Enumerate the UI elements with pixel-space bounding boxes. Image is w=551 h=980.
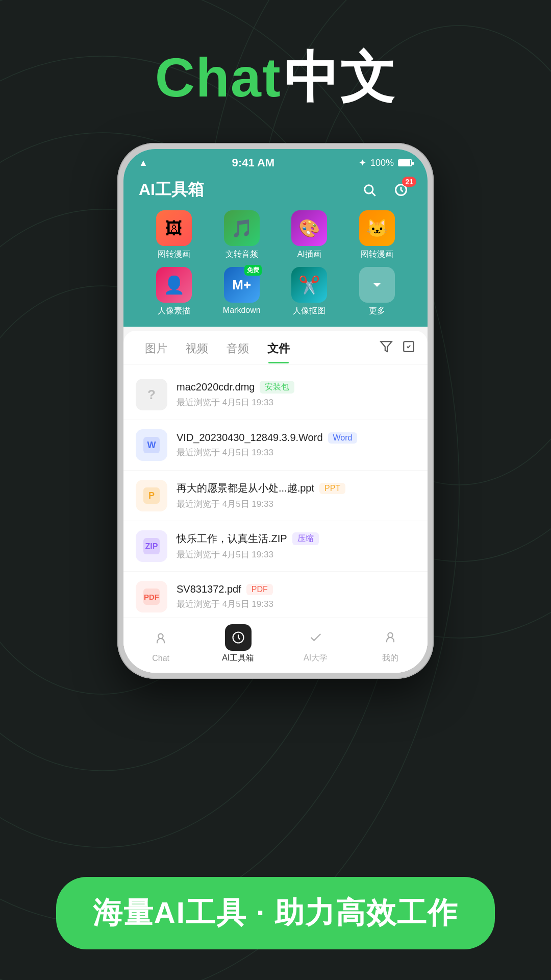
- file-tag-2: PPT: [319, 483, 345, 494]
- tool-markdown[interactable]: M+ 免费 Markdown: [212, 267, 272, 316]
- file-name-row-0: mac2020cdr.dmg 安装包: [177, 381, 415, 394]
- file-info-0: mac2020cdr.dmg 安装包 最近浏览于 4月5日 19:33: [177, 381, 415, 408]
- markdown-icon: M+ 免费: [224, 267, 260, 303]
- svg-line-9: [372, 192, 375, 195]
- file-name-2: 再大的愿景都是从小处...越.ppt: [177, 481, 314, 495]
- search-button[interactable]: [358, 179, 381, 201]
- banner-text: 海量AI工具 · 助力高效工作: [93, 896, 458, 929]
- img-cartoon-icon: 🖼: [156, 210, 192, 246]
- nav-ai-tools[interactable]: AI工具箱: [222, 624, 254, 664]
- avatar-sketch-icon: 👤: [156, 267, 192, 303]
- text-audio-icon: 🎵: [224, 210, 260, 246]
- avatar-cutout-label: 人像抠图: [293, 306, 325, 316]
- app-header: AI工具箱 21: [123, 174, 428, 327]
- select-button[interactable]: [402, 340, 415, 357]
- file-item-2[interactable]: P 再大的愿景都是从小处...越.ppt PPT 最近浏览于 4月5日 19:3…: [123, 471, 428, 521]
- tool-img-cartoon[interactable]: 🖼 图转漫画: [144, 210, 205, 260]
- svg-text:ZIP: ZIP: [145, 542, 158, 551]
- file-name-row-4: SV831372.pdf PDF: [177, 583, 415, 595]
- file-tag-1: Word: [328, 432, 358, 444]
- file-date-0: 最近浏览于 4月5日 19:33: [177, 398, 273, 407]
- file-list: ? mac2020cdr.dmg 安装包 最近浏览于 4月5日 19:33: [123, 364, 428, 618]
- markdown-label: Markdown: [223, 306, 261, 315]
- battery-bar-icon: [398, 159, 412, 166]
- file-name-3: 快乐工作，认真生活.ZIP: [177, 532, 287, 546]
- file-name-1: VID_20230430_12849.3.9.Word: [177, 432, 323, 444]
- mine-nav-icon: [377, 624, 404, 651]
- history-button[interactable]: 21: [390, 179, 412, 201]
- filter-button[interactable]: [380, 340, 393, 357]
- tab-audio[interactable]: 音频: [217, 341, 258, 363]
- svg-marker-11: [381, 341, 392, 352]
- svg-text:W: W: [147, 440, 156, 450]
- tool-avatar-cutout[interactable]: ✂️ 人像抠图: [279, 267, 340, 316]
- app-title: AI工具箱: [139, 179, 204, 201]
- app-title-row: AI工具箱 21: [139, 179, 412, 201]
- file-date-2: 最近浏览于 4月5日 19:33: [177, 499, 273, 509]
- svg-text:PDF: PDF: [144, 593, 159, 601]
- status-bar: ▲ 9:41 AM ✦ 100%: [123, 149, 428, 174]
- svg-point-8: [365, 185, 373, 193]
- tool-grid: 🖼 图转漫画 🎵 文转音频 🎨 AI插画: [139, 210, 412, 316]
- tool-avatar-sketch[interactable]: 👤 人像素描: [144, 267, 205, 316]
- tab-images[interactable]: 图片: [136, 341, 177, 363]
- notification-badge: 21: [402, 177, 416, 187]
- nav-mine[interactable]: 我的: [377, 624, 404, 664]
- tab-files[interactable]: 文件: [258, 341, 299, 363]
- ai-tools-nav-icon: [225, 624, 252, 651]
- file-tag-3: 压缩: [292, 532, 319, 545]
- text-audio-label: 文转音频: [226, 249, 258, 260]
- file-name-row-3: 快乐工作，认真生活.ZIP 压缩: [177, 532, 415, 546]
- phone-screen: ▲ 9:41 AM ✦ 100% AI工具箱: [123, 149, 428, 673]
- page-header: Chat 中文: [0, 41, 551, 115]
- file-info-3: 快乐工作，认真生活.ZIP 压缩 最近浏览于 4月5日 19:33: [177, 532, 415, 560]
- chat-label: Chat: [155, 46, 282, 108]
- file-item-1[interactable]: W VID_20230430_12849.3.9.Word Word 最近浏览于…: [123, 420, 428, 471]
- avatar-sketch-label: 人像素描: [158, 306, 190, 316]
- more-icon: [359, 267, 395, 303]
- wifi-icon: ▲: [139, 158, 148, 168]
- bluetooth-icon: ✦: [359, 157, 366, 168]
- tool-ai-illustration[interactable]: 🎨 AI插画: [279, 210, 340, 260]
- nav-mine-label: 我的: [382, 653, 398, 664]
- tab-video[interactable]: 视频: [177, 341, 217, 363]
- status-icons: ✦ 100%: [359, 157, 412, 168]
- file-tag-4: PDF: [246, 584, 273, 595]
- file-item-3[interactable]: ZIP 快乐工作，认真生活.ZIP 压缩 最近浏览于 4月5日 19:33: [123, 521, 428, 572]
- nav-ai-university[interactable]: AI大学: [303, 624, 329, 664]
- status-time: 9:41 AM: [232, 156, 275, 169]
- img-cartoon-label: 图转漫画: [158, 249, 190, 260]
- file-date-1: 最近浏览于 4月5日 19:33: [177, 448, 273, 457]
- file-icon-1: W: [136, 429, 167, 461]
- svg-point-23: [388, 633, 392, 638]
- svg-point-21: [158, 633, 163, 638]
- tool-more[interactable]: 更多: [347, 267, 408, 316]
- file-name-row-1: VID_20230430_12849.3.9.Word Word: [177, 432, 415, 444]
- file-item-0[interactable]: ? mac2020cdr.dmg 安装包 最近浏览于 4月5日 19:33: [123, 370, 428, 420]
- file-icon-0: ?: [136, 379, 167, 410]
- bottom-banner: 海量AI工具 · 助力高效工作: [56, 877, 495, 949]
- file-icon-2: P: [136, 480, 167, 511]
- nav-ai-university-label: AI大学: [304, 653, 328, 664]
- file-tag-0: 安装包: [260, 381, 294, 394]
- phone-frame: ▲ 9:41 AM ✦ 100% AI工具箱: [117, 143, 434, 679]
- tab-actions: [380, 340, 415, 364]
- nav-chat-label: Chat: [152, 654, 169, 663]
- file-date-3: 最近浏览于 4月5日 19:33: [177, 550, 273, 559]
- more-label: 更多: [369, 306, 385, 316]
- nav-chat[interactable]: Chat: [147, 625, 174, 663]
- avatar-cutout-icon: ✂️: [291, 267, 327, 303]
- file-info-1: VID_20230430_12849.3.9.Word Word 最近浏览于 4…: [177, 432, 415, 458]
- img-cartoon2-icon: 🐱: [359, 210, 395, 246]
- file-name-row-2: 再大的愿景都是从小处...越.ppt PPT: [177, 481, 415, 495]
- file-item-4[interactable]: PDF SV831372.pdf PDF 最近浏览于 4月5日 19:33: [123, 572, 428, 618]
- file-icon-4: PDF: [136, 581, 167, 612]
- file-date-4: 最近浏览于 4月5日 19:33: [177, 599, 273, 609]
- content-area: 图片 视频 音频 文件: [123, 331, 428, 673]
- ai-illustration-label: AI插画: [297, 249, 321, 260]
- tool-img-cartoon2[interactable]: 🐱 图转漫画: [347, 210, 408, 260]
- svg-text:P: P: [148, 491, 155, 501]
- free-badge: 免费: [244, 265, 262, 276]
- file-icon-3: ZIP: [136, 530, 167, 562]
- tool-text-audio[interactable]: 🎵 文转音频: [212, 210, 272, 260]
